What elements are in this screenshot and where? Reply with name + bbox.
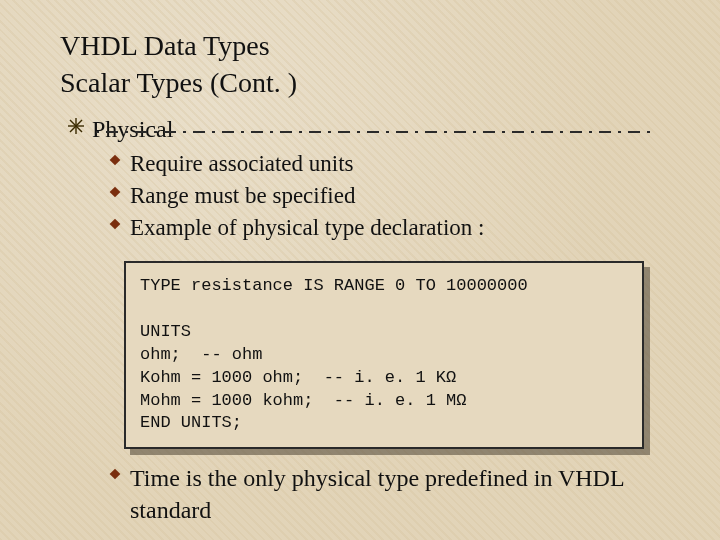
diamond-bullet-icon [108,467,122,485]
dashed-rule [96,129,656,135]
code-block: TYPE resistance IS RANGE 0 TO 10000000 U… [124,261,644,450]
bullet-physical: Physical [68,114,668,145]
slide-root: VHDL Data Types Scalar Types (Cont. ) Ph… [0,0,720,540]
svg-rect-5 [110,155,121,166]
svg-rect-7 [110,219,121,230]
code-line-1: TYPE resistance IS RANGE 0 TO 10000000 [140,276,528,295]
page-title-line2: Scalar Types (Cont. ) [60,65,668,100]
svg-rect-6 [110,187,121,198]
code-line-5: Mohm = 1000 kohm; -- i. e. 1 MΩ [140,391,466,410]
page-title-line1: VHDL Data Types [60,28,668,63]
bullet-time-predefined-label: Time is the only physical type predefine… [130,463,668,525]
diamond-bullet-icon [108,185,122,203]
diamond-bullet-icon [108,153,122,171]
code-line-4: Kohm = 1000 ohm; -- i. e. 1 KΩ [140,368,456,387]
bullet-physical-label: Physical [92,114,173,145]
bullet-require-units: Require associated units [108,149,668,179]
bullet-require-units-label: Require associated units [130,149,354,179]
code-line-6: END UNITS; [140,413,242,432]
cross-stitch-icon [68,118,84,138]
code-line-3: ohm; -- ohm [140,345,262,364]
bullet-time-predefined: Time is the only physical type predefine… [108,463,668,525]
code-line-2: UNITS [140,322,191,341]
bullet-range-specified: Range must be specified [108,181,668,211]
svg-rect-8 [110,469,121,480]
diamond-bullet-icon [108,217,122,235]
bullet-example-declaration: Example of physical type declaration : [108,213,668,243]
bullet-range-specified-label: Range must be specified [130,181,355,211]
bullet-example-declaration-label: Example of physical type declaration : [130,213,484,243]
code-block-content: TYPE resistance IS RANGE 0 TO 10000000 U… [124,261,644,450]
